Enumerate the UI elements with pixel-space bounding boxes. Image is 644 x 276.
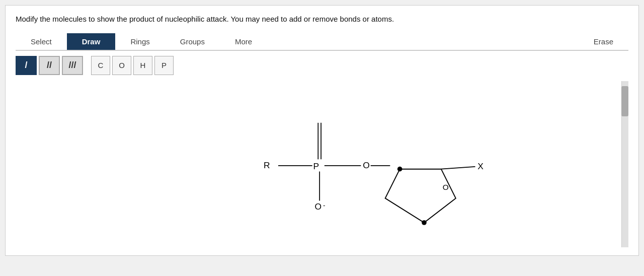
tab-more[interactable]: More — [220, 33, 267, 50]
tab-draw[interactable]: Draw — [67, 33, 116, 50]
tab-select[interactable]: Select — [16, 33, 67, 50]
tab-rings[interactable]: Rings — [115, 33, 165, 50]
scrollbar-right[interactable] — [621, 81, 628, 247]
tab-groups[interactable]: Groups — [165, 33, 220, 50]
atom-P-label: P — [313, 161, 319, 171]
molecule-canvas[interactable]: P R O O - O — [16, 81, 628, 247]
atom-P-button[interactable]: P — [154, 56, 174, 75]
ring-vertex-dot-2 — [422, 220, 427, 225]
atom-C-button[interactable]: C — [91, 56, 110, 75]
atom-R-label: R — [264, 160, 270, 170]
sub-toolbar: / // /// C O H P — [16, 56, 628, 75]
svg-line-7 — [441, 166, 475, 169]
negative-charge-1: - — [323, 201, 326, 209]
scrollbar-thumb[interactable] — [621, 86, 628, 116]
toolbar: Select Draw Rings Groups More Erase — [16, 33, 628, 51]
instruction-text: Modify the molecules to show the product… — [16, 14, 628, 25]
ring-vertex-dot-1 — [397, 166, 403, 171]
atom-H-button[interactable]: H — [133, 56, 152, 75]
bond-single-button[interactable]: / — [16, 56, 37, 75]
bond-triple-button[interactable]: /// — [62, 56, 83, 75]
atom-O-down-label: O — [315, 201, 322, 211]
atom-X-label: X — [477, 161, 484, 171]
tab-erase[interactable]: Erase — [579, 33, 628, 50]
canvas-area[interactable]: P R O O - O — [16, 81, 628, 247]
main-container: Modify the molecules to show the product… — [5, 5, 639, 256]
atom-O-button[interactable]: O — [112, 56, 131, 75]
ring-O-label: O — [443, 183, 449, 191]
atom-O-right-label: O — [363, 160, 370, 170]
svg-marker-6 — [385, 169, 456, 222]
bond-double-button[interactable]: // — [39, 56, 60, 75]
